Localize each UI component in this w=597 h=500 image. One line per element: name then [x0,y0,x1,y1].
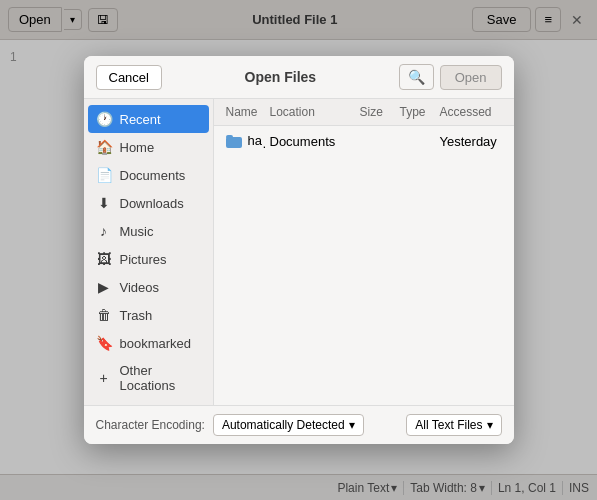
col-accessed: Accessed [436,103,506,121]
dialog-header: Cancel Open Files 🔍 Open [84,56,514,99]
sidebar-downloads-label: Downloads [120,196,184,211]
filelist-header: Name Location Size Type Accessed [214,99,514,126]
music-icon: ♪ [96,223,112,239]
home-icon: 🏠 [96,139,112,155]
dialog-cancel-button[interactable]: Cancel [96,65,162,90]
dialog-filelist: Name Location Size Type Accessed [214,99,514,405]
dialog-footer: Character Encoding: Automatically Detect… [84,405,514,444]
sidebar-documents-label: Documents [120,168,186,183]
other-locations-icon: + [96,370,112,386]
sidebar-item-music[interactable]: ♪ Music [84,217,213,245]
sidebar-item-recent[interactable]: 🕐 Recent [88,105,209,133]
sidebar-item-other[interactable]: + Other Locations [84,357,213,399]
filetype-arrow: ▾ [487,418,493,432]
folder-svg [226,134,242,148]
dialog-header-right: 🔍 Open [399,64,502,90]
sidebar-recent-label: Recent [120,112,161,127]
file-name-cell: ha [222,131,266,153]
sidebar-item-videos[interactable]: ▶ Videos [84,273,213,301]
downloads-icon: ⬇ [96,195,112,211]
file-icon: ha [226,133,262,148]
sidebar-item-bookmarked[interactable]: 🔖 bookmarked [84,329,213,357]
dialog-body: 🕐 Recent 🏠 Home 📄 Documents ⬇ Downloads [84,99,514,405]
open-files-dialog: Cancel Open Files 🔍 Open 🕐 Recent 🏠 [84,56,514,444]
dialog-overlay: Cancel Open Files 🔍 Open 🕐 Recent 🏠 [0,0,597,500]
dialog-search-button[interactable]: 🔍 [399,64,434,90]
sidebar-item-home[interactable]: 🏠 Home [84,133,213,161]
documents-icon: 📄 [96,167,112,183]
sidebar-bookmarked-label: bookmarked [120,336,192,351]
file-accessed-cell: Yesterday [436,132,506,151]
bookmarked-icon: 🔖 [96,335,112,351]
filetype-select[interactable]: All Text Files ▾ [406,414,501,436]
recent-icon: 🕐 [96,111,112,127]
sidebar-trash-label: Trash [120,308,153,323]
encoding-select[interactable]: Automatically Detected ▾ [213,414,364,436]
file-location-cell: Documents [266,132,356,151]
svg-rect-1 [226,135,233,139]
sidebar-home-label: Home [120,140,155,155]
table-row[interactable]: ha Documents Yesterday [214,126,514,158]
col-name: Name [222,103,266,121]
sidebar-item-documents[interactable]: 📄 Documents [84,161,213,189]
encoding-value: Automatically Detected [222,418,345,432]
sidebar-music-label: Music [120,224,154,239]
encoding-arrow: ▾ [349,418,355,432]
encoding-label: Character Encoding: [96,418,205,432]
dialog-open-button[interactable]: Open [440,65,502,90]
dialog-sidebar: 🕐 Recent 🏠 Home 📄 Documents ⬇ Downloads [84,99,214,405]
filetype-value: All Text Files [415,418,482,432]
videos-icon: ▶ [96,279,112,295]
sidebar-item-pictures[interactable]: 🖼 Pictures [84,245,213,273]
col-type: Type [396,103,436,121]
main-window: Open ▾ 🖫 Untitled File 1 Save ≡ ✕ 1 Plai… [0,0,597,500]
pictures-icon: 🖼 [96,251,112,267]
sidebar-item-downloads[interactable]: ⬇ Downloads [84,189,213,217]
col-size: Size [356,103,396,121]
trash-icon: 🗑 [96,307,112,323]
col-location: Location [266,103,356,121]
sidebar-pictures-label: Pictures [120,252,167,267]
file-type-cell [396,140,436,144]
sidebar-videos-label: Videos [120,280,160,295]
dialog-title: Open Files [162,69,399,85]
file-size-cell [356,140,396,144]
file-name: ha [248,133,262,148]
sidebar-other-label: Other Locations [120,363,201,393]
sidebar-item-trash[interactable]: 🗑 Trash [84,301,213,329]
